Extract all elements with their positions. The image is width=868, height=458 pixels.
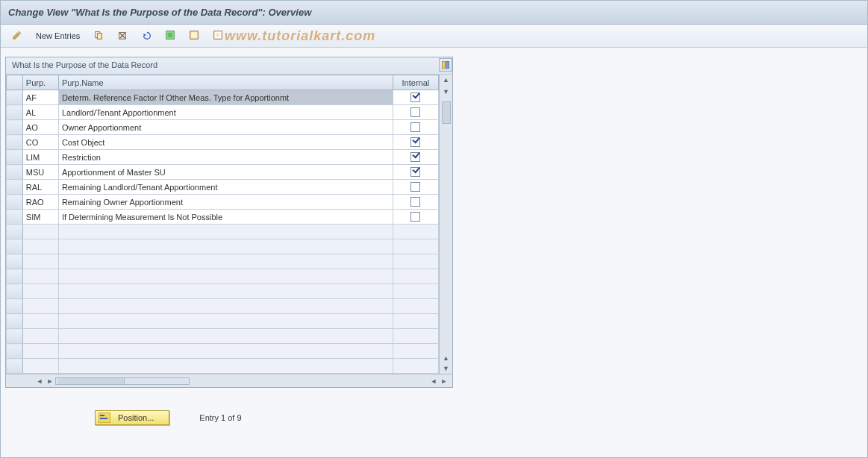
empty-cell[interactable] — [22, 239, 58, 254]
cell-purp-name[interactable]: Landlord/Tenant Apportionment — [58, 105, 393, 120]
scroll-up-arrow-icon[interactable]: ▲ — [443, 75, 449, 85]
empty-cell[interactable] — [393, 239, 438, 254]
table-row[interactable]: RALRemaining Landlord/Tenant Apportionme… — [7, 180, 439, 195]
internal-checkbox[interactable] — [410, 182, 420, 192]
cell-purp-name[interactable]: Apportionment of Master SU — [58, 165, 393, 180]
vertical-scrollbar[interactable]: ▲ ▼ ▲ ▼ — [439, 75, 452, 374]
undo-button[interactable] — [136, 28, 157, 44]
cell-purp-name[interactable]: Remaining Landlord/Tenant Apportionment — [58, 180, 393, 195]
empty-cell[interactable] — [22, 284, 58, 299]
cell-purp-name[interactable]: Determ. Reference Factor If Other Meas. … — [58, 90, 393, 105]
empty-cell[interactable] — [22, 254, 58, 269]
row-selector[interactable] — [7, 284, 23, 299]
empty-cell[interactable] — [22, 329, 58, 344]
empty-cell[interactable] — [22, 344, 58, 359]
new-entries-button[interactable]: New Entries — [31, 29, 85, 43]
table-row[interactable] — [7, 284, 439, 299]
empty-cell[interactable] — [58, 299, 393, 314]
select-all-button[interactable] — [160, 28, 181, 44]
table-row[interactable]: AFDeterm. Reference Factor If Other Meas… — [7, 90, 439, 105]
empty-cell[interactable] — [58, 314, 393, 329]
row-selector[interactable] — [7, 314, 23, 329]
internal-checkbox[interactable] — [410, 107, 420, 117]
empty-cell[interactable] — [393, 344, 438, 359]
internal-checkbox[interactable] — [410, 167, 420, 177]
empty-cell[interactable] — [22, 314, 58, 329]
column-header-internal[interactable]: Internal — [393, 75, 438, 90]
table-row[interactable] — [7, 299, 439, 314]
table-row[interactable] — [7, 239, 439, 254]
empty-cell[interactable] — [393, 314, 438, 329]
empty-cell[interactable] — [393, 225, 438, 239]
internal-checkbox[interactable] — [410, 137, 420, 147]
row-selector[interactable] — [7, 90, 23, 105]
empty-cell[interactable] — [58, 225, 393, 239]
scroll-down-arrow-icon[interactable]: ▼ — [443, 87, 449, 97]
table-row[interactable] — [7, 314, 439, 329]
print-bcset-button[interactable] — [207, 28, 228, 44]
table-row[interactable] — [7, 329, 439, 344]
cell-internal[interactable] — [393, 195, 438, 210]
cell-purp[interactable]: AF — [22, 90, 58, 105]
horizontal-scrollbar[interactable]: ◄ ► ◄ ► — [6, 374, 452, 387]
scroll-right-end-icon[interactable]: ► — [439, 377, 449, 385]
cell-purp-name[interactable]: If Determining Measurement Is Not Possib… — [58, 210, 393, 225]
cell-purp[interactable]: SIM — [22, 210, 58, 225]
empty-cell[interactable] — [393, 299, 438, 314]
empty-cell[interactable] — [22, 359, 58, 374]
cell-internal[interactable] — [393, 135, 438, 150]
deselect-all-button[interactable] — [184, 28, 204, 44]
row-selector[interactable] — [7, 210, 23, 225]
position-button[interactable]: Position... — [95, 410, 169, 425]
toggle-display-change-button[interactable] — [7, 28, 28, 44]
delete-button[interactable] — [112, 28, 133, 44]
empty-cell[interactable] — [22, 225, 58, 239]
empty-cell[interactable] — [393, 254, 438, 269]
table-row[interactable]: MSUApportionment of Master SU — [7, 165, 439, 180]
cell-purp[interactable]: CO — [22, 135, 58, 150]
empty-cell[interactable] — [393, 269, 438, 284]
cell-internal[interactable] — [393, 165, 438, 180]
row-selector[interactable] — [7, 165, 23, 180]
row-selector[interactable] — [7, 269, 23, 284]
row-selector[interactable] — [7, 329, 23, 344]
table-row[interactable]: COCost Object — [7, 135, 439, 150]
scroll-up-bottom-icon[interactable]: ▲ — [443, 353, 449, 363]
cell-purp[interactable]: AL — [22, 105, 58, 120]
row-selector[interactable] — [7, 195, 23, 210]
empty-cell[interactable] — [58, 344, 393, 359]
table-row[interactable]: LIMRestriction — [7, 150, 439, 165]
table-row[interactable] — [7, 254, 439, 269]
scroll-left-icon[interactable]: ◄ — [34, 377, 45, 385]
row-selector[interactable] — [7, 359, 23, 374]
scroll-right-icon[interactable]: ► — [45, 377, 55, 385]
cell-internal[interactable] — [393, 210, 438, 225]
scroll-left-end-icon[interactable]: ◄ — [428, 377, 439, 385]
cell-purp-name[interactable]: Restriction — [58, 150, 393, 165]
table-row[interactable] — [7, 269, 439, 284]
table-row[interactable]: RAORemaining Owner Apportionment — [7, 195, 439, 210]
cell-purp[interactable]: RAO — [22, 195, 58, 210]
empty-cell[interactable] — [393, 359, 438, 374]
empty-cell[interactable] — [58, 239, 393, 254]
empty-cell[interactable] — [22, 299, 58, 314]
table-row[interactable] — [7, 225, 439, 239]
row-selector[interactable] — [7, 225, 23, 239]
scroll-down-bottom-icon[interactable]: ▼ — [443, 363, 449, 374]
table-row[interactable]: AOOwner Apportionment — [7, 120, 439, 135]
table-row[interactable]: ALLandlord/Tenant Apportionment — [7, 105, 439, 120]
cell-purp[interactable]: LIM — [22, 150, 58, 165]
column-header-purp[interactable]: Purp. — [22, 75, 58, 90]
empty-cell[interactable] — [393, 284, 438, 299]
data-table[interactable]: Purp. Purp.Name Internal AFDeterm. Refer… — [6, 75, 439, 374]
cell-purp-name[interactable]: Remaining Owner Apportionment — [58, 195, 393, 210]
row-selector-header[interactable] — [7, 75, 23, 90]
internal-checkbox[interactable] — [410, 122, 420, 132]
cell-internal[interactable] — [393, 105, 438, 120]
scroll-thumb[interactable] — [442, 101, 451, 124]
cell-internal[interactable] — [393, 90, 438, 105]
cell-purp-name[interactable]: Cost Object — [58, 135, 393, 150]
empty-cell[interactable] — [58, 329, 393, 344]
internal-checkbox[interactable] — [410, 197, 420, 207]
row-selector[interactable] — [7, 120, 23, 135]
